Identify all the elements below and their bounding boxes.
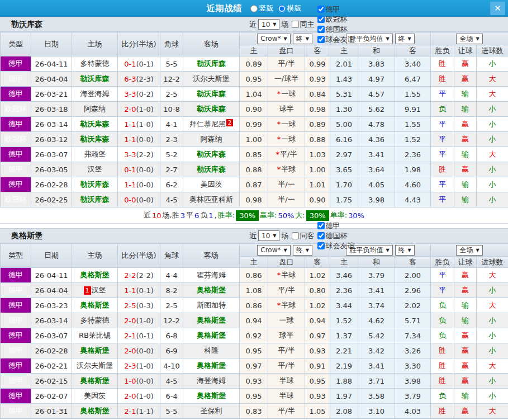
away-odds: 0.93 — [305, 389, 330, 404]
league-filter-德国杯[interactable]: 德国杯 — [314, 231, 354, 241]
team-section-augsburg: 奥格斯堡 近 10 ▼ 场 同客 德甲德国杯球会友谊 类型 日期 — [0, 228, 508, 419]
col-goals: 进球数 — [477, 45, 508, 56]
col-away: 客场 — [183, 244, 240, 268]
away-team-name: 奥格斯堡 — [197, 331, 226, 339]
fullmatch-select[interactable]: 全场▼ — [456, 34, 482, 44]
goals-over-under-flag: 小 — [477, 162, 508, 177]
home-odds: 0.86 — [240, 268, 268, 283]
league-filter-德甲[interactable]: 德甲 — [314, 4, 354, 15]
league-filter-label: 欧冠杯 — [325, 15, 347, 25]
handicap-text: 半球 — [279, 391, 294, 400]
match-row: 德甲26-03-21海登海姆3-3(0-2)2-5勒沃库森1.04*一球0.84… — [1, 87, 508, 102]
halftime-score: (1-0) — [136, 317, 153, 325]
league-filter-group: 德甲德国杯球会友谊 — [314, 221, 354, 251]
close-icon[interactable]: ✕ — [490, 2, 505, 15]
match-count-select[interactable]: 10 ▼ — [258, 19, 279, 30]
summary-text: 30% — [348, 211, 364, 220]
away-odds: 0.88 — [305, 132, 330, 147]
same-venue-checkbox[interactable] — [292, 21, 299, 28]
match-row: 德甲26-04-11多特蒙德0-1(0-1)5-5勒沃库森0.89平/半0.99… — [1, 56, 508, 72]
home-team: 奥格斯堡 — [72, 343, 118, 358]
league-filter-球会友谊[interactable]: 球会友谊 — [314, 35, 354, 45]
col-away: 客场 — [183, 32, 240, 56]
league-filter-label: 德国杯 — [325, 231, 347, 241]
avg-away-odds: 3.79 — [395, 389, 431, 404]
summary-text: 赢率: — [260, 210, 277, 220]
avg-away-odds: 4.03 — [395, 404, 431, 419]
league-checkbox[interactable] — [317, 26, 325, 33]
fullmatch-select[interactable]: 全场▼ — [456, 245, 482, 256]
score-cell: 1-0(0-0) — [118, 374, 160, 389]
match-date: 26-03-18 — [31, 102, 72, 117]
score-cell: 2-0(1-0) — [118, 389, 160, 404]
match-date: 26-01-31 — [31, 404, 72, 419]
score-cell: 1-1(0-1) — [118, 283, 160, 298]
handicap-text: 平/半 — [278, 346, 295, 355]
goals-over-under-flag: 大 — [477, 268, 508, 283]
near-label: 近 — [249, 20, 257, 30]
home-odds: 0.98 — [240, 192, 268, 207]
fulltime-score: 1-1 — [124, 286, 136, 295]
handicap-text: 一/球半 — [274, 74, 298, 83]
home-team-name: 沃尔夫斯堡 — [77, 361, 113, 370]
near-label: 近 — [249, 231, 257, 241]
fulltime-score: 1-1 — [124, 181, 136, 189]
handicap-text: 半球 — [281, 271, 296, 279]
avg-draw-odds: 5.42 — [358, 328, 395, 343]
match-count-select[interactable]: 10 ▼ — [258, 230, 279, 241]
league-filter-球会友谊[interactable]: 球会友谊 — [314, 241, 354, 251]
col-handicap: 盘口 — [268, 257, 305, 268]
corner-count: 10-8 — [160, 102, 183, 117]
col-score: 比分(半场) — [118, 244, 160, 268]
score-cell: 2-3(1-0) — [118, 358, 160, 374]
league-badge: 欧冠杯 — [1, 102, 31, 117]
col-odds-home: 主 — [240, 257, 268, 268]
avg-away-odds: 5.71 — [395, 313, 431, 328]
handicap-line: *平/半 — [268, 147, 305, 162]
home-team: 奥格斯堡 — [72, 374, 118, 389]
home-odds: 0.95 — [240, 72, 268, 87]
same-venue-filter[interactable]: 同客 — [288, 231, 314, 241]
handicap-line: *一球 — [268, 87, 305, 102]
score-cell: 2-0(0-0) — [118, 343, 160, 358]
full-group-header: 全场▼ — [431, 244, 508, 257]
page-title: 近期战绩 — [207, 3, 243, 14]
result-flag: 胜 — [431, 404, 454, 419]
league-checkbox[interactable] — [317, 232, 325, 239]
avg-draw-odds: 4.05 — [358, 177, 395, 192]
avg-stage-select[interactable]: 终▼ — [395, 34, 415, 44]
avg-draw-odds: 4.62 — [358, 313, 395, 328]
home-team: 阿森纳 — [72, 102, 118, 117]
summary-text: 50% — [278, 211, 294, 220]
halftime-score: (1-0) — [136, 392, 153, 400]
league-filter-德国杯[interactable]: 德国杯 — [314, 25, 354, 35]
score-cell: 2-1(1-1) — [118, 404, 160, 419]
league-filter-label: 球会友谊 — [325, 241, 354, 251]
summary-text: 近 — [144, 210, 151, 220]
league-badge: 德甲 — [1, 147, 31, 162]
league-checkbox[interactable] — [317, 242, 325, 249]
home-team-name: 阿森纳 — [84, 105, 106, 113]
avg-stage-select[interactable]: 终▼ — [395, 245, 415, 256]
league-checkbox[interactable] — [317, 16, 325, 23]
summary-text: , — [215, 211, 217, 220]
away-odds: 0.93 — [305, 72, 330, 87]
same-venue-checkbox[interactable] — [292, 232, 299, 239]
league-filter-欧冠杯[interactable]: 欧冠杯 — [314, 15, 354, 25]
home-team-name: 勒沃库森 — [80, 180, 110, 188]
home-odds: 0.95 — [240, 343, 268, 358]
handicap-result-flag: 输 — [454, 298, 477, 313]
league-checkbox[interactable] — [317, 222, 325, 229]
home-team: 多特蒙德 — [72, 56, 118, 72]
avg-away-odds: 9.91 — [395, 102, 431, 117]
match-row: 德甲26-04-041汉堡1-1(0-1)8-2奥格斯堡1.08平/半0.802… — [1, 283, 508, 298]
same-venue-filter[interactable]: 同主 — [288, 20, 314, 30]
league-filter-德甲[interactable]: 德甲 — [314, 221, 354, 231]
home-odds: 0.85 — [240, 147, 268, 162]
handicap-line: 平/半 — [268, 343, 305, 358]
league-checkbox[interactable] — [317, 6, 325, 13]
league-checkbox[interactable] — [317, 36, 325, 43]
match-date: 26-02-28 — [31, 177, 72, 192]
avg-draw-odds: 4.97 — [358, 72, 395, 87]
match-row: 德甲26-04-04勒沃库森6-3(2-3)12-2沃尔夫斯堡0.95一/球半0… — [1, 72, 508, 87]
